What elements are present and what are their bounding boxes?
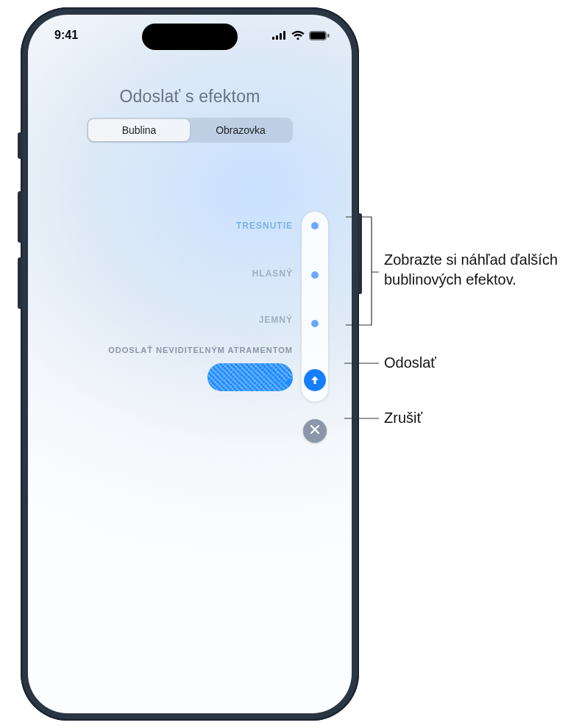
svg-rect-5 bbox=[310, 32, 325, 39]
cellular-signal-icon bbox=[272, 31, 287, 40]
status-time: 9:41 bbox=[54, 29, 78, 42]
dynamic-island bbox=[142, 24, 238, 50]
callout-cancel: Zrušiť bbox=[384, 408, 422, 428]
svg-rect-3 bbox=[283, 31, 285, 40]
svg-rect-2 bbox=[280, 33, 282, 40]
callout-send: Odoslať bbox=[384, 353, 436, 373]
battery-icon bbox=[309, 31, 330, 40]
callout-preview-effects: Zobrazte si náhľad ďalších bublinových e… bbox=[384, 250, 568, 290]
svg-rect-0 bbox=[272, 37, 274, 40]
wifi-icon bbox=[291, 31, 305, 40]
svg-rect-6 bbox=[327, 34, 330, 38]
svg-rect-1 bbox=[276, 35, 278, 40]
